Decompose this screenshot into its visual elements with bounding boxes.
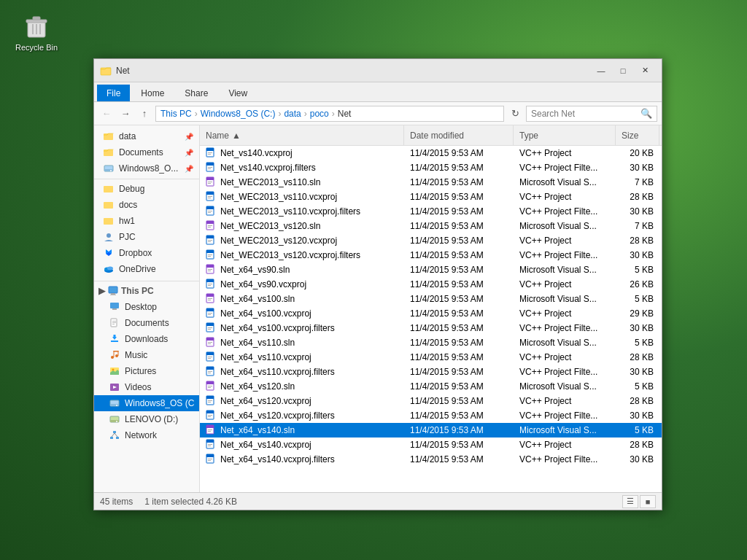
svg-rect-130	[208, 416, 211, 417]
file-row[interactable]: Net_WEC2013_vs110.vcxproj 11/4/2015 9:53…	[200, 190, 662, 204]
minimize-button[interactable]: ―	[590, 63, 612, 79]
file-name: Net_WEC2013_vs110.sln	[220, 177, 320, 187]
tab-share[interactable]: Share	[175, 85, 217, 101]
file-row[interactable]: Net_vs140.vcxproj.filters 11/4/2015 9:53…	[200, 160, 662, 175]
svg-rect-13	[104, 202, 113, 209]
file-row[interactable]: Net_WEC2013_vs110.sln 11/4/2015 9:53 AM …	[200, 175, 662, 190]
col-header-date[interactable]: Date modified	[404, 125, 514, 145]
file-cell-name: Net_x64_vs110.vcxproj	[200, 350, 404, 365]
breadcrumb-thispc[interactable]: This PC	[160, 109, 192, 119]
file-row[interactable]: Net_WEC2013_vs120.sln 11/4/2015 9:53 AM …	[200, 219, 662, 233]
sidebar-item-videos[interactable]: Videos	[94, 379, 199, 395]
file-cell-name: Net_x64_vs140.vcxproj	[200, 438, 404, 452]
sidebar-item-debug[interactable]: Debug	[94, 181, 199, 197]
forward-button[interactable]: →	[117, 106, 133, 122]
file-cell-date: 11/4/2015 9:53 AM	[404, 394, 514, 408]
file-row[interactable]: Net_WEC2013_vs120.vcxproj.filters 11/4/2…	[200, 248, 662, 262]
details-view-button[interactable]: ☰	[622, 495, 638, 508]
downloads-icon	[109, 333, 120, 345]
file-cell-type: VC++ Project Filte...	[514, 248, 616, 262]
file-cell-type: VC++ Project	[514, 146, 616, 160]
close-button[interactable]: ✕	[634, 63, 656, 79]
sidebar-item-onedrive[interactable]: OneDrive	[94, 261, 199, 277]
file-cell-date: 11/4/2015 9:53 AM	[404, 306, 514, 321]
file-row[interactable]: Net_x64_vs120.vcxproj 11/4/2015 9:53 AM …	[200, 394, 662, 408]
sidebar-item-pictures[interactable]: Pictures	[94, 363, 199, 379]
sidebar-item-dropbox[interactable]: Dropbox	[94, 245, 199, 261]
file-row[interactable]: Net_x64_vs100.vcxproj 11/4/2015 9:53 AM …	[200, 306, 662, 321]
sidebar-item-downloads[interactable]: Downloads	[94, 331, 199, 347]
col-header-size[interactable]: Size	[616, 125, 659, 145]
search-input[interactable]	[531, 109, 640, 119]
file-cell-type: VC++ Project Filte...	[514, 204, 616, 219]
file-row[interactable]: Net_x64_vs100.sln 11/4/2015 9:53 AM Micr…	[200, 292, 662, 306]
folder-icon	[103, 131, 115, 142]
sidebar-item-documents-quick[interactable]: Documents 📌	[94, 144, 199, 160]
tab-view[interactable]: View	[219, 85, 257, 101]
svg-rect-30	[112, 322, 116, 323]
file-cell-size: 5 KB	[616, 423, 659, 438]
breadcrumb-poco[interactable]: poco	[310, 109, 329, 119]
svg-rect-125	[208, 400, 212, 401]
search-icon[interactable]: 🔍	[640, 108, 652, 119]
sidebar-item-desktop[interactable]: Desktop	[94, 299, 199, 315]
sidebar-item-pjc[interactable]: PJC	[94, 229, 199, 245]
file-name: Net_x64_vs110.sln	[220, 338, 295, 348]
file-name: Net_x64_vs100.vcxproj	[220, 308, 311, 319]
breadcrumb[interactable]: This PC › Windows8_OS (C:) › data › poco…	[155, 106, 504, 122]
file-row[interactable]: Net_x64_vs90.sln 11/4/2015 9:53 AM Micro…	[200, 262, 662, 277]
sidebar-item-documents-pc[interactable]: Documents	[94, 315, 199, 331]
sidebar-this-pc-header[interactable]: ▶ This PC	[94, 283, 199, 299]
file-row[interactable]: Net_vs140.vcxproj 11/4/2015 9:53 AM VC++…	[200, 146, 662, 160]
file-row[interactable]: Net_WEC2013_vs120.vcxproj 11/4/2015 9:53…	[200, 233, 662, 248]
sidebar-item-network[interactable]: Network	[94, 427, 199, 443]
refresh-button[interactable]: ↻	[507, 106, 523, 122]
file-row[interactable]: Net_x64_vs140.vcxproj.filters 11/4/2015 …	[200, 452, 662, 467]
sidebar-item-lenovo[interactable]: LENOVO (D:)	[94, 411, 199, 427]
sidebar-item-music[interactable]: Music	[94, 347, 199, 363]
search-box[interactable]: 🔍	[526, 106, 657, 122]
file-row[interactable]: Net_x64_vs110.vcxproj.filters 11/4/2015 …	[200, 365, 662, 379]
file-row[interactable]: Net_WEC2013_vs110.vcxproj.filters 11/4/2…	[200, 204, 662, 219]
col-header-type[interactable]: Type	[514, 125, 616, 145]
svg-rect-118	[208, 373, 211, 373]
file-row[interactable]: Net_x64_vs90.vcxproj 11/4/2015 9:53 AM V…	[200, 277, 662, 292]
sidebar-item-windows8-quick[interactable]: Windows8_O... 📌	[94, 160, 199, 176]
file-cell-date: 11/4/2015 9:53 AM	[404, 175, 514, 190]
sidebar-item-windows8os[interactable]: Windows8_OS (C	[94, 395, 199, 411]
large-icons-view-button[interactable]: ■	[640, 495, 656, 508]
file-explorer-window: Net ― □ ✕ File Home Share View ← → ↑ Thi…	[93, 58, 662, 510]
back-button[interactable]: ←	[98, 106, 115, 122]
sidebar-item-data[interactable]: data 📌	[94, 128, 199, 144]
svg-rect-6	[101, 68, 111, 75]
file-cell-date: 11/4/2015 9:53 AM	[404, 438, 514, 452]
window-folder-icon	[100, 65, 112, 77]
svg-rect-73	[208, 211, 212, 211]
sidebar-item-docs[interactable]: docs	[94, 197, 199, 213]
col-header-name[interactable]: Name ▲	[200, 125, 404, 145]
sidebar-item-hw1[interactable]: hw1	[94, 213, 199, 229]
up-button[interactable]: ↑	[136, 106, 152, 122]
breadcrumb-data[interactable]: data	[284, 109, 301, 119]
file-cell-size: 26 KB	[616, 277, 659, 292]
file-row[interactable]: Net_x64_vs110.vcxproj 11/4/2015 9:53 AM …	[200, 350, 662, 365]
tab-file[interactable]: File	[97, 85, 130, 101]
file-row[interactable]: Net_x64_vs140.sln 11/4/2015 9:53 AM Micr…	[200, 423, 662, 438]
file-row[interactable]: Net_x64_vs110.sln 11/4/2015 9:53 AM Micr…	[200, 335, 662, 350]
maximize-button[interactable]: □	[612, 63, 634, 79]
file-cell-name: Net_x64_vs140.vcxproj.filters	[200, 452, 404, 467]
svg-rect-27	[112, 308, 117, 310]
monitor-icon	[108, 286, 118, 296]
file-row[interactable]: Net_x64_vs140.vcxproj 11/4/2015 9:53 AM …	[200, 438, 662, 452]
drive-d-icon	[109, 413, 120, 425]
breadcrumb-drive[interactable]: Windows8_OS (C:)	[201, 109, 276, 119]
tab-home[interactable]: Home	[131, 85, 174, 101]
svg-rect-89	[208, 269, 212, 270]
sidebar-label-documents: Documents	[119, 147, 163, 158]
videos-icon	[109, 381, 120, 393]
file-row[interactable]: Net_x64_vs120.vcxproj.filters 11/4/2015 …	[200, 408, 662, 423]
file-cell-name: Net_WEC2013_vs120.vcxproj.filters	[200, 248, 404, 262]
recycle-bin-icon[interactable]: Recycle Bin	[11, 11, 62, 52]
file-row[interactable]: Net_x64_vs100.vcxproj.filters 11/4/2015 …	[200, 321, 662, 335]
file-row[interactable]: Net_x64_vs120.sln 11/4/2015 9:53 AM Micr…	[200, 379, 662, 394]
